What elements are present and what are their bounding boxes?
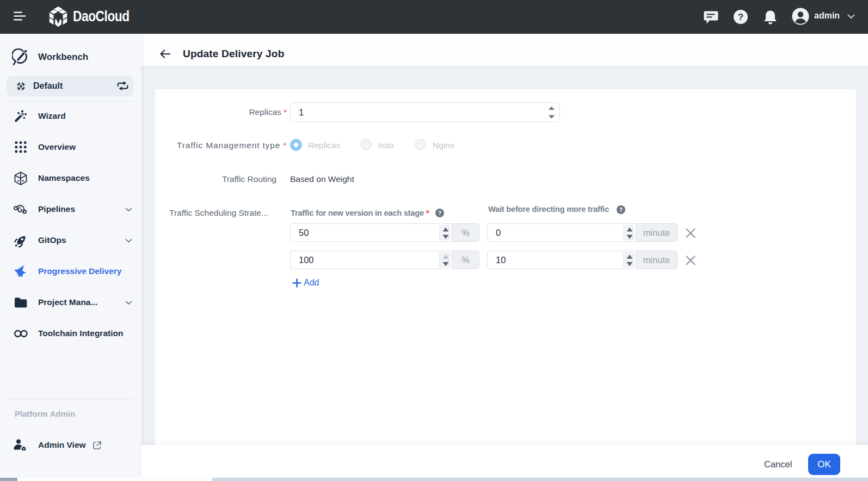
svg-text:?: ? bbox=[619, 206, 623, 213]
svg-text:?: ? bbox=[738, 12, 743, 22]
svg-text:?: ? bbox=[438, 210, 441, 216]
